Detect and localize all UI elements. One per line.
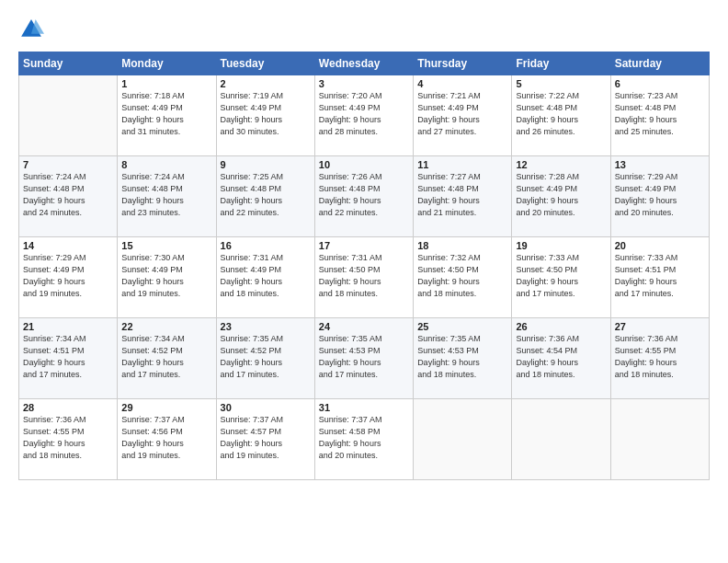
day-number: 24 bbox=[319, 321, 409, 332]
day-number: 19 bbox=[516, 240, 606, 251]
header-cell-friday: Friday bbox=[512, 52, 610, 75]
calendar-cell: 20Sunrise: 7:33 AMSunset: 4:51 PMDayligh… bbox=[610, 237, 709, 318]
day-info: Sunrise: 7:35 AMSunset: 4:52 PMDaylight:… bbox=[221, 333, 311, 381]
header-row: SundayMondayTuesdayWednesdayThursdayFrid… bbox=[19, 52, 710, 75]
calendar-cell: 17Sunrise: 7:31 AMSunset: 4:50 PMDayligh… bbox=[314, 237, 413, 318]
calendar-cell: 31Sunrise: 7:37 AMSunset: 4:58 PMDayligh… bbox=[314, 399, 413, 480]
calendar-cell: 9Sunrise: 7:25 AMSunset: 4:48 PMDaylight… bbox=[216, 156, 314, 237]
header-cell-sunday: Sunday bbox=[19, 52, 118, 75]
calendar-cell: 7Sunrise: 7:24 AMSunset: 4:48 PMDaylight… bbox=[19, 156, 118, 237]
day-number: 18 bbox=[417, 240, 507, 251]
day-number: 21 bbox=[23, 321, 113, 332]
day-info: Sunrise: 7:20 AMSunset: 4:49 PMDaylight:… bbox=[319, 90, 409, 138]
day-number: 5 bbox=[516, 78, 606, 89]
day-info: Sunrise: 7:24 AMSunset: 4:48 PMDaylight:… bbox=[23, 171, 113, 219]
day-number: 30 bbox=[221, 402, 311, 413]
day-number: 20 bbox=[615, 240, 705, 251]
day-info: Sunrise: 7:34 AMSunset: 4:52 PMDaylight:… bbox=[121, 333, 211, 381]
calendar-cell: 22Sunrise: 7:34 AMSunset: 4:52 PMDayligh… bbox=[118, 318, 216, 399]
calendar-cell: 8Sunrise: 7:24 AMSunset: 4:48 PMDaylight… bbox=[118, 156, 216, 237]
calendar-cell: 4Sunrise: 7:21 AMSunset: 4:49 PMDaylight… bbox=[414, 75, 512, 156]
calendar-cell: 19Sunrise: 7:33 AMSunset: 4:50 PMDayligh… bbox=[512, 237, 610, 318]
day-info: Sunrise: 7:25 AMSunset: 4:48 PMDaylight:… bbox=[221, 171, 311, 219]
calendar-cell: 10Sunrise: 7:26 AMSunset: 4:48 PMDayligh… bbox=[314, 156, 413, 237]
day-number: 3 bbox=[319, 78, 409, 89]
header-cell-monday: Monday bbox=[118, 52, 216, 75]
day-info: Sunrise: 7:22 AMSunset: 4:48 PMDaylight:… bbox=[516, 90, 606, 138]
day-number: 15 bbox=[121, 240, 211, 251]
calendar-cell: 29Sunrise: 7:37 AMSunset: 4:56 PMDayligh… bbox=[118, 399, 216, 480]
calendar-cell bbox=[512, 399, 610, 480]
calendar-cell: 25Sunrise: 7:35 AMSunset: 4:53 PMDayligh… bbox=[414, 318, 512, 399]
day-number: 25 bbox=[417, 321, 507, 332]
day-number: 28 bbox=[23, 402, 113, 413]
day-number: 17 bbox=[319, 240, 409, 251]
day-number: 11 bbox=[417, 159, 507, 170]
day-info: Sunrise: 7:36 AMSunset: 4:55 PMDaylight:… bbox=[23, 414, 113, 462]
day-info: Sunrise: 7:30 AMSunset: 4:49 PMDaylight:… bbox=[121, 252, 211, 300]
day-number: 10 bbox=[319, 159, 409, 170]
calendar-cell: 5Sunrise: 7:22 AMSunset: 4:48 PMDaylight… bbox=[512, 75, 610, 156]
day-info: Sunrise: 7:24 AMSunset: 4:48 PMDaylight:… bbox=[121, 171, 211, 219]
day-info: Sunrise: 7:28 AMSunset: 4:49 PMDaylight:… bbox=[516, 171, 606, 219]
calendar-cell: 30Sunrise: 7:37 AMSunset: 4:57 PMDayligh… bbox=[216, 399, 314, 480]
header bbox=[18, 17, 710, 42]
day-info: Sunrise: 7:36 AMSunset: 4:54 PMDaylight:… bbox=[516, 333, 606, 381]
day-number: 1 bbox=[121, 78, 211, 89]
calendar-header: SundayMondayTuesdayWednesdayThursdayFrid… bbox=[19, 52, 710, 75]
calendar-cell: 6Sunrise: 7:23 AMSunset: 4:48 PMDaylight… bbox=[610, 75, 709, 156]
day-info: Sunrise: 7:29 AMSunset: 4:49 PMDaylight:… bbox=[615, 171, 705, 219]
calendar-cell: 1Sunrise: 7:18 AMSunset: 4:49 PMDaylight… bbox=[118, 75, 216, 156]
calendar-cell: 21Sunrise: 7:34 AMSunset: 4:51 PMDayligh… bbox=[19, 318, 118, 399]
calendar-cell: 27Sunrise: 7:36 AMSunset: 4:55 PMDayligh… bbox=[610, 318, 709, 399]
day-info: Sunrise: 7:18 AMSunset: 4:49 PMDaylight:… bbox=[121, 90, 211, 138]
day-info: Sunrise: 7:23 AMSunset: 4:48 PMDaylight:… bbox=[615, 90, 705, 138]
calendar-cell: 24Sunrise: 7:35 AMSunset: 4:53 PMDayligh… bbox=[314, 318, 413, 399]
header-cell-saturday: Saturday bbox=[610, 52, 709, 75]
day-number: 31 bbox=[319, 402, 409, 413]
day-number: 4 bbox=[417, 78, 507, 89]
day-number: 9 bbox=[221, 159, 311, 170]
day-info: Sunrise: 7:26 AMSunset: 4:48 PMDaylight:… bbox=[319, 171, 409, 219]
day-info: Sunrise: 7:32 AMSunset: 4:50 PMDaylight:… bbox=[417, 252, 507, 300]
day-number: 23 bbox=[221, 321, 311, 332]
day-info: Sunrise: 7:33 AMSunset: 4:51 PMDaylight:… bbox=[615, 252, 705, 300]
calendar-cell bbox=[19, 75, 118, 156]
calendar-cell: 28Sunrise: 7:36 AMSunset: 4:55 PMDayligh… bbox=[19, 399, 118, 480]
day-number: 7 bbox=[23, 159, 113, 170]
day-info: Sunrise: 7:37 AMSunset: 4:58 PMDaylight:… bbox=[319, 414, 409, 462]
header-cell-thursday: Thursday bbox=[414, 52, 512, 75]
day-info: Sunrise: 7:36 AMSunset: 4:55 PMDaylight:… bbox=[615, 333, 705, 381]
calendar-cell: 16Sunrise: 7:31 AMSunset: 4:49 PMDayligh… bbox=[216, 237, 314, 318]
calendar-cell: 2Sunrise: 7:19 AMSunset: 4:49 PMDaylight… bbox=[216, 75, 314, 156]
logo-icon bbox=[18, 17, 44, 42]
week-row-4: 21Sunrise: 7:34 AMSunset: 4:51 PMDayligh… bbox=[19, 318, 710, 399]
calendar-cell: 12Sunrise: 7:28 AMSunset: 4:49 PMDayligh… bbox=[512, 156, 610, 237]
header-cell-tuesday: Tuesday bbox=[216, 52, 314, 75]
calendar-cell: 15Sunrise: 7:30 AMSunset: 4:49 PMDayligh… bbox=[118, 237, 216, 318]
day-info: Sunrise: 7:33 AMSunset: 4:50 PMDaylight:… bbox=[516, 252, 606, 300]
day-info: Sunrise: 7:21 AMSunset: 4:49 PMDaylight:… bbox=[417, 90, 507, 138]
day-info: Sunrise: 7:19 AMSunset: 4:49 PMDaylight:… bbox=[221, 90, 311, 138]
day-info: Sunrise: 7:35 AMSunset: 4:53 PMDaylight:… bbox=[417, 333, 507, 381]
calendar-table: SundayMondayTuesdayWednesdayThursdayFrid… bbox=[18, 52, 710, 480]
week-row-2: 7Sunrise: 7:24 AMSunset: 4:48 PMDaylight… bbox=[19, 156, 710, 237]
day-info: Sunrise: 7:37 AMSunset: 4:57 PMDaylight:… bbox=[221, 414, 311, 462]
calendar-cell: 26Sunrise: 7:36 AMSunset: 4:54 PMDayligh… bbox=[512, 318, 610, 399]
day-number: 8 bbox=[121, 159, 211, 170]
day-info: Sunrise: 7:27 AMSunset: 4:48 PMDaylight:… bbox=[417, 171, 507, 219]
day-number: 14 bbox=[23, 240, 113, 251]
calendar-cell: 3Sunrise: 7:20 AMSunset: 4:49 PMDaylight… bbox=[314, 75, 413, 156]
header-cell-wednesday: Wednesday bbox=[314, 52, 413, 75]
calendar-cell: 14Sunrise: 7:29 AMSunset: 4:49 PMDayligh… bbox=[19, 237, 118, 318]
week-row-3: 14Sunrise: 7:29 AMSunset: 4:49 PMDayligh… bbox=[19, 237, 710, 318]
calendar-body: 1Sunrise: 7:18 AMSunset: 4:49 PMDaylight… bbox=[19, 75, 710, 480]
day-info: Sunrise: 7:31 AMSunset: 4:49 PMDaylight:… bbox=[221, 252, 311, 300]
page: SundayMondayTuesdayWednesdayThursdayFrid… bbox=[0, 0, 728, 563]
day-number: 26 bbox=[516, 321, 606, 332]
calendar-cell bbox=[610, 399, 709, 480]
day-number: 13 bbox=[615, 159, 705, 170]
day-number: 2 bbox=[221, 78, 311, 89]
day-info: Sunrise: 7:34 AMSunset: 4:51 PMDaylight:… bbox=[23, 333, 113, 381]
calendar-cell: 13Sunrise: 7:29 AMSunset: 4:49 PMDayligh… bbox=[610, 156, 709, 237]
